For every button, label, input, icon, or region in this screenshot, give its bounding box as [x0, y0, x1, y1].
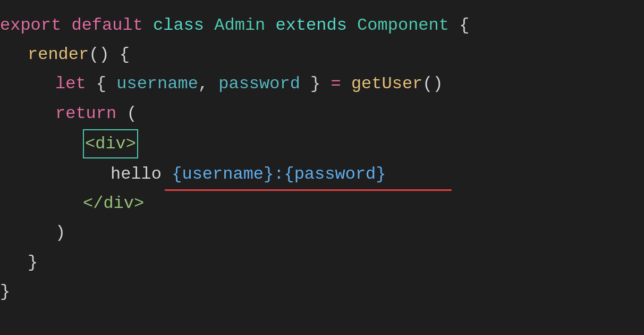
- code-line-2: render() {: [0, 40, 644, 69]
- code-line-3: let { username, password } = getUser(): [0, 69, 644, 98]
- text-hello: hello: [111, 161, 172, 188]
- method-render: render: [28, 41, 89, 68]
- equals-sign: =: [331, 70, 351, 97]
- code-line-10: }: [0, 277, 644, 306]
- code-line-6: hello {username}:{password}: [0, 160, 644, 189]
- class-close-brace: }: [0, 278, 10, 305]
- destruct-open: {: [96, 70, 116, 97]
- expr-username-password: {username}:{password}: [172, 161, 386, 188]
- var-password: password: [218, 70, 300, 97]
- closing-paren: ): [55, 219, 65, 246]
- code-line-1: export default class Admin extends Compo…: [0, 11, 644, 40]
- code-editor: export default class Admin extends Compo…: [0, 0, 644, 317]
- keyword-return: return: [55, 100, 126, 127]
- comma: ,: [198, 70, 218, 97]
- keyword-class: class: [153, 12, 214, 39]
- code-line-8: ): [0, 218, 644, 247]
- keyword-export: export: [0, 12, 71, 39]
- keyword-extends: extends: [275, 12, 357, 39]
- method-close-brace: }: [28, 249, 38, 276]
- return-paren: (: [126, 100, 137, 127]
- keyword-default: default: [71, 12, 153, 39]
- render-parens: () {: [89, 41, 130, 68]
- destruct-close: }: [300, 70, 331, 97]
- code-line-7: </div>: [0, 189, 644, 218]
- getuser-parens: (): [422, 70, 443, 97]
- class-name: Admin: [214, 12, 275, 39]
- var-username: username: [116, 70, 198, 97]
- code-line-5: <div>: [0, 128, 644, 160]
- keyword-let: let: [55, 70, 96, 97]
- code-line-4: return (: [0, 99, 644, 128]
- open-brace: {: [459, 12, 469, 39]
- tag-div-close: </div>: [83, 190, 144, 217]
- func-getuser: getUser: [351, 70, 422, 97]
- tag-div-open: <div>: [83, 129, 138, 158]
- code-line-9: }: [0, 248, 644, 277]
- parent-class: Component: [357, 12, 459, 39]
